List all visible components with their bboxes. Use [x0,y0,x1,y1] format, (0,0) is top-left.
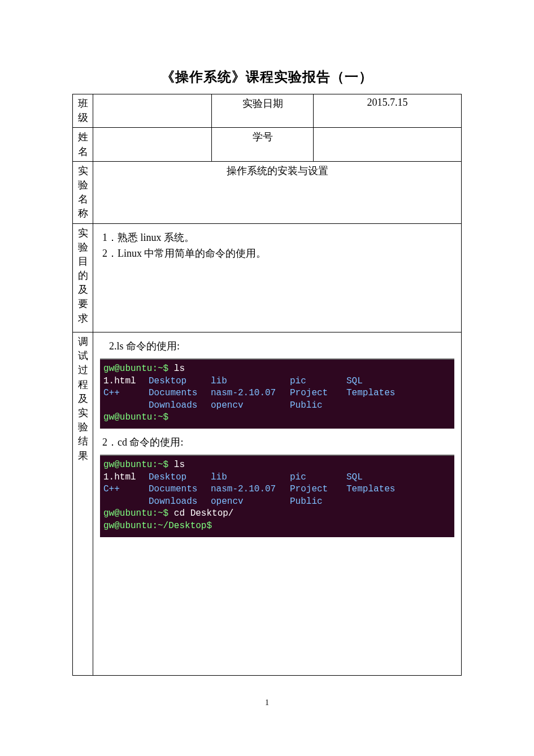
label-exp-name: 实验名称 [73,161,93,223]
value-debug: 2.ls 命令的使用: gw@ubuntu:~$ ls 1.htmlDeskto… [93,332,462,676]
value-exp-name: 操作系统的安装与设置 [93,161,462,223]
label-purpose: 实验目的及要求 [73,223,93,332]
label-sid: 学号 [212,128,314,161]
terminal-screenshot-ls: gw@ubuntu:~$ ls 1.htmlDesktoplibpicSQL C… [100,358,454,429]
terminal-screenshot-cd: gw@ubuntu:~$ ls 1.htmlDesktoplibpicSQL C… [100,455,454,537]
report-table: 班级 实验日期 2015.7.15 姓名 学号 实验名称 操作系统的安装与设置 … [72,94,462,676]
label-date: 实验日期 [212,94,314,128]
value-name [93,128,212,161]
page-title: 《操作系统》课程实验报告（一） [72,68,462,86]
section-ls-title: 2.ls 命令的使用: [99,338,455,355]
page-number: 1 [72,698,462,707]
purpose-line-2: 2．Linux 中常用简单的命令的使用。 [102,245,452,262]
value-class [93,94,212,128]
label-name: 姓名 [73,128,93,161]
label-debug: 调试过程及实验结果 [73,332,93,676]
purpose-line-1: 1．熟悉 linux 系统。 [102,230,452,246]
section-cd-title: 2．cd 命令的使用: [99,434,455,451]
value-sid [314,128,462,161]
label-class: 班级 [73,94,93,128]
value-date: 2015.7.15 [314,94,462,128]
value-purpose: 1．熟悉 linux 系统。 2．Linux 中常用简单的命令的使用。 [93,223,462,332]
